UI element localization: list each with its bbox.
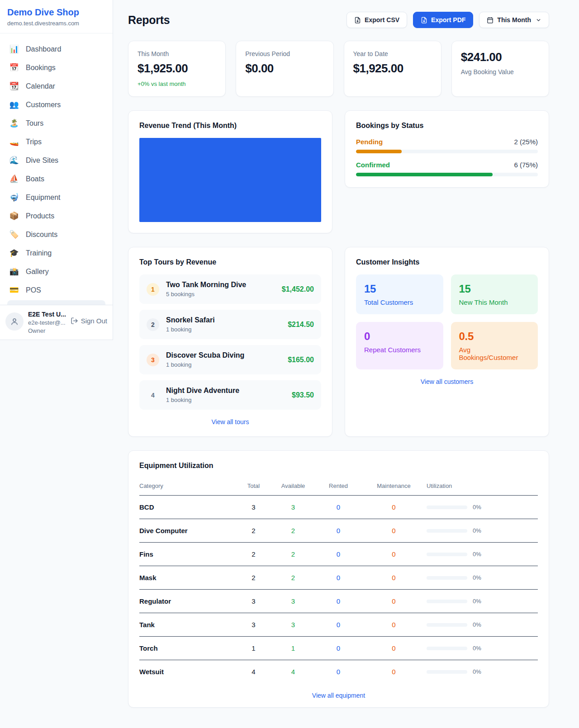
sidebar-item-tours[interactable]: 🏝️ Tours xyxy=(4,114,109,132)
stats-row: This Month $1,925.00 +0% vs last month P… xyxy=(128,41,549,97)
cell-category: Regulator xyxy=(139,590,237,613)
period-dropdown[interactable]: This Month xyxy=(479,12,549,28)
cell-available: 3 xyxy=(271,590,316,613)
brand-name[interactable]: Demo Dive Shop xyxy=(7,7,105,18)
tile-label: Total Customers xyxy=(364,298,435,306)
tile-value: 0.5 xyxy=(459,330,530,343)
tour-row[interactable]: 1 Two Tank Morning Dive 5 bookings $1,45… xyxy=(139,274,321,304)
view-all-equipment-link[interactable]: View all equipment xyxy=(139,692,538,699)
page: Demo Dive Shop demo.test.divestreams.com… xyxy=(0,0,579,726)
cell-total: 2 xyxy=(237,519,271,543)
cell-rented: 0 xyxy=(316,590,361,613)
sidebar-item-dashboard[interactable]: 📊 Dashboard xyxy=(4,40,109,58)
sidebar-item-pos[interactable]: 💳 POS xyxy=(4,281,109,299)
tour-amount: $93.50 xyxy=(286,391,314,399)
camera-icon: 📸 xyxy=(9,267,19,276)
sidebar-item-customers[interactable]: 👥 Customers xyxy=(4,95,109,114)
status-row-pending: Pending 2 (25%) xyxy=(356,138,538,153)
sidebar-item-label: Boats xyxy=(26,175,44,183)
status-label: Confirmed xyxy=(356,161,390,169)
sidebar-item-label: Dashboard xyxy=(26,45,61,53)
tour-amount: $214.50 xyxy=(282,321,314,329)
wave-icon: 🌊 xyxy=(9,156,19,165)
sidebar-item-label: Bookings xyxy=(26,64,56,72)
bookings-by-status-card: Bookings by Status Pending 2 (25%) Confi… xyxy=(345,110,549,188)
equipment-utilization-card: Equipment Utilization Category Total Ava… xyxy=(128,450,549,708)
view-all-tours-link[interactable]: View all tours xyxy=(139,418,321,425)
cell-total: 1 xyxy=(237,637,271,660)
main-content: Reports Export CSV Export PDF This Month xyxy=(113,0,579,726)
status-label: Pending xyxy=(356,138,383,146)
utilization-bar xyxy=(427,576,467,580)
table-row: Regulator 3 3 0 0 0% xyxy=(139,590,538,613)
stat-delta: +0% vs last month xyxy=(138,80,216,87)
table-row: Dive Computer 2 2 0 0 0% xyxy=(139,519,538,543)
cell-rented: 0 xyxy=(316,496,361,519)
sidebar-item-label: POS xyxy=(26,286,41,294)
utilization-percent: 0% xyxy=(473,574,481,581)
sidebar-item-products[interactable]: 📦 Products xyxy=(4,207,109,225)
cell-maintenance: 0 xyxy=(361,566,427,590)
user-meta: E2E Test U... e2e-tester@... Owner xyxy=(28,311,66,334)
table-header-row: Category Total Available Rented Maintena… xyxy=(139,478,538,496)
stat-value: $1,925.00 xyxy=(353,61,432,76)
table-row: BCD 3 3 0 0 0% xyxy=(139,496,538,519)
rank-badge: 2 xyxy=(147,318,159,331)
sidebar-item-label: Calendar xyxy=(26,82,55,90)
sidebar-item-discounts[interactable]: 🏷️ Discounts xyxy=(4,225,109,244)
cell-rented: 0 xyxy=(316,637,361,660)
sidebar-item-gallery[interactable]: 📸 Gallery xyxy=(4,262,109,281)
cell-available: 2 xyxy=(271,519,316,543)
tile-label: Avg Bookings/Customer xyxy=(459,346,530,361)
tour-row[interactable]: 4 Night Dive Adventure 1 booking $93.50 xyxy=(139,380,321,410)
column-header: Available xyxy=(271,478,316,496)
tile-avg-bookings-customer: 0.5 Avg Bookings/Customer xyxy=(451,322,538,369)
sidebar-item-label: Gallery xyxy=(26,268,49,276)
tour-row[interactable]: 3 Discover Scuba Diving 1 booking $165.0… xyxy=(139,345,321,374)
cell-rented: 0 xyxy=(316,519,361,543)
sidebar-item-calendar[interactable]: 📆 Calendar xyxy=(4,77,109,95)
stat-value: $1,925.00 xyxy=(138,61,216,76)
table-row: Fins 2 2 0 0 0% xyxy=(139,543,538,566)
sidebar-item-dive-sites[interactable]: 🌊 Dive Sites xyxy=(4,151,109,170)
user-footer: E2E Test U... e2e-tester@... Owner Sign … xyxy=(0,305,113,340)
tour-row[interactable]: 2 Snorkel Safari 1 booking $214.50 xyxy=(139,310,321,339)
table-row: Tank 3 3 0 0 0% xyxy=(139,613,538,637)
customer-insights-title: Customer Insights xyxy=(356,258,538,266)
export-pdf-button[interactable]: Export PDF xyxy=(413,12,473,28)
stat-card-avg-booking-value: $241.00 Avg Booking Value xyxy=(451,41,549,97)
tour-name: Snorkel Safari xyxy=(166,316,215,324)
chevron-down-icon xyxy=(536,17,541,23)
cell-total: 4 xyxy=(237,660,271,684)
sidebar-item-label: Training xyxy=(26,249,52,257)
export-csv-button[interactable]: Export CSV xyxy=(346,12,407,28)
sidebar-nav: 📊 Dashboard 📅 Bookings 📆 Calendar 👥 Cust… xyxy=(0,33,113,305)
sidebar-item-equipment[interactable]: 🤿 Equipment xyxy=(4,188,109,207)
island-icon: 🏝️ xyxy=(9,118,19,128)
cell-maintenance: 0 xyxy=(361,590,427,613)
view-all-customers-link[interactable]: View all customers xyxy=(356,378,538,385)
cell-maintenance: 0 xyxy=(361,543,427,566)
sidebar-item-training[interactable]: 🎓 Training xyxy=(4,244,109,262)
stat-value: $0.00 xyxy=(245,61,324,76)
sidebar-item-boats[interactable]: ⛵ Boats xyxy=(4,170,109,188)
status-value: 6 (75%) xyxy=(514,161,538,169)
sidebar-item-trips[interactable]: 🚤 Trips xyxy=(4,132,109,151)
graduation-cap-icon: 🎓 xyxy=(9,248,19,258)
sidebar-item-label: Customers xyxy=(26,101,61,109)
sidebar-item-bookings[interactable]: 📅 Bookings xyxy=(4,58,109,77)
cell-maintenance: 0 xyxy=(361,613,427,637)
cell-rented: 0 xyxy=(316,660,361,684)
charts-row: Revenue Trend (This Month) Bookings by S… xyxy=(128,110,549,233)
sidebar-item-label: Dive Sites xyxy=(26,156,58,165)
diving-mask-icon: 🤿 xyxy=(9,193,19,202)
stat-label: Previous Period xyxy=(245,50,324,57)
sidebar-item-reports-active-partial[interactable] xyxy=(7,300,105,305)
file-download-icon xyxy=(421,17,427,24)
cell-total: 2 xyxy=(237,543,271,566)
brand: Demo Dive Shop demo.test.divestreams.com xyxy=(0,0,113,33)
sailboat-icon: ⛵ xyxy=(9,174,19,184)
page-title: Reports xyxy=(128,14,170,27)
sign-out-button[interactable]: Sign Out xyxy=(71,311,107,325)
sidebar-item-label: Products xyxy=(26,212,54,220)
